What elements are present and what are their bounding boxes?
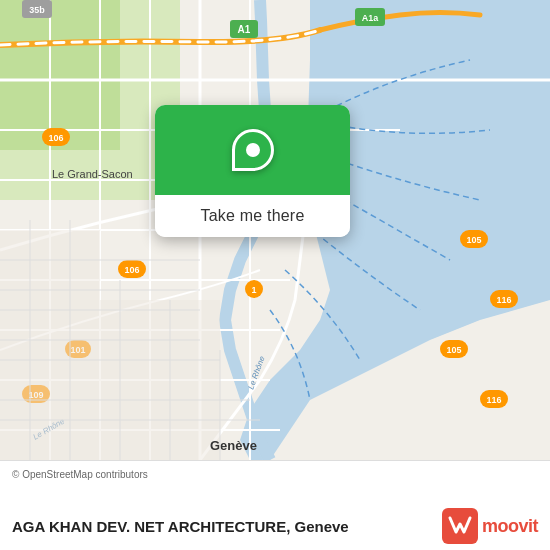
svg-text:A1: A1 [238,24,251,35]
popup-card: Take me there [155,105,350,237]
svg-text:Le Grand-Sacon: Le Grand-Sacon [52,168,133,180]
svg-text:105: 105 [466,235,481,245]
svg-text:Genève: Genève [210,438,257,453]
svg-text:A1a: A1a [362,13,380,23]
moovit-text: moovit [482,516,538,537]
popup-header [155,105,350,195]
map-attribution: © OpenStreetMap contributors [12,469,538,480]
svg-text:106: 106 [48,133,63,143]
svg-text:35b: 35b [29,5,45,15]
location-row: AGA KHAN DEV. NET ARCHITECTURE, Geneve m… [12,508,538,544]
svg-text:106: 106 [124,265,139,275]
location-pin-icon [232,129,274,171]
bottom-bar: © OpenStreetMap contributors AGA KHAN DE… [0,460,550,550]
svg-text:116: 116 [496,295,511,305]
location-name: AGA KHAN DEV. NET ARCHITECTURE, Geneve [12,518,442,535]
take-me-there-button[interactable]: Take me there [155,195,350,237]
moovit-logo: moovit [442,508,538,544]
svg-rect-2 [0,0,120,150]
svg-rect-44 [100,300,220,460]
svg-text:116: 116 [486,395,501,405]
svg-text:105: 105 [446,345,461,355]
map-container: A1 A1a 106 106 105 105 116 116 101 109 1 [0,0,550,460]
svg-rect-43 [0,230,100,460]
svg-text:1: 1 [251,285,256,295]
moovit-icon [442,508,478,544]
